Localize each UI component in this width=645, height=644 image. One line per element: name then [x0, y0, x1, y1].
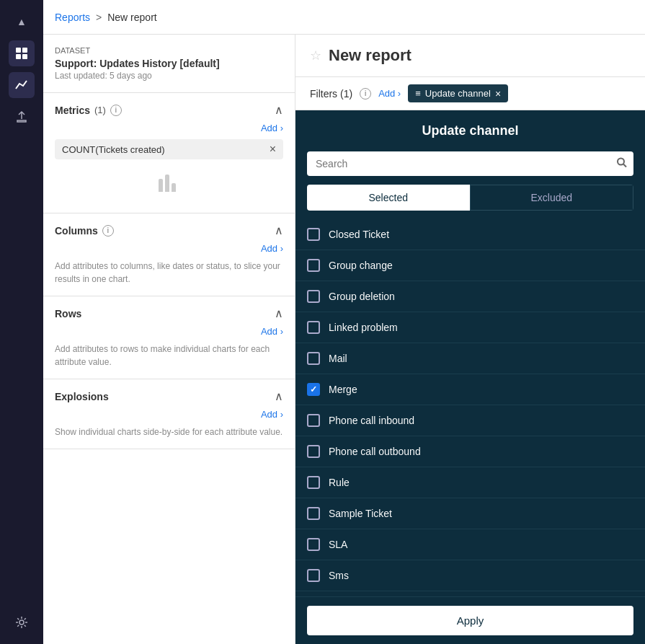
report-title: New report [329, 46, 412, 65]
metrics-section: Metrics (1) i ∧ Add › COUNT(Tickets crea… [43, 93, 295, 213]
star-icon[interactable]: ☆ [310, 48, 321, 63]
rows-add-link[interactable]: Add › [55, 326, 283, 337]
columns-add-link[interactable]: Add › [55, 243, 283, 254]
tab-selected[interactable]: Selected [307, 185, 470, 211]
svg-rect-3 [22, 54, 27, 59]
checkbox-sms[interactable] [307, 569, 320, 582]
metric-chip: COUNT(Tickets created) × [55, 139, 283, 159]
breadcrumb-separator: > [96, 12, 102, 23]
columns-header: Columns i ∧ [55, 224, 283, 237]
checkbox-sample-ticket[interactable] [307, 507, 320, 520]
columns-info-icon[interactable]: i [102, 225, 114, 237]
columns-title: Columns [55, 225, 98, 237]
list-item[interactable]: SLA [295, 529, 645, 560]
rows-header: Rows ∧ [55, 306, 283, 320]
dashboard-icon[interactable] [9, 40, 35, 66]
columns-title-group: Columns i [55, 225, 114, 237]
tab-excluded[interactable]: Excluded [470, 185, 634, 211]
explosions-description: Show individual charts side-by-side for … [55, 425, 283, 438]
rows-collapse-button[interactable]: ∧ [275, 306, 283, 320]
list-item[interactable]: Rule [295, 467, 645, 498]
item-label-sample-ticket: Sample Ticket [329, 508, 392, 519]
checkbox-group-deletion[interactable] [307, 290, 320, 303]
checkbox-mail[interactable] [307, 352, 320, 365]
checkbox-phone-call-inbound[interactable] [307, 414, 320, 427]
item-label-group-change: Group change [329, 260, 393, 271]
list-item[interactable]: Phone call outbound [295, 436, 645, 467]
item-label-linked-problem: Linked problem [329, 322, 398, 333]
apply-section: Apply [295, 596, 645, 644]
checkbox-rule[interactable] [307, 476, 320, 489]
item-label-closed-ticket: Closed Ticket [329, 229, 389, 240]
search-input[interactable] [307, 151, 633, 176]
columns-description: Add attributes to columns, like dates or… [55, 260, 283, 286]
checkbox-linked-problem[interactable] [307, 321, 320, 334]
filter-chip-label: Update channel [425, 88, 491, 99]
checkbox-closed-ticket[interactable] [307, 228, 320, 241]
list-item[interactable]: Closed Ticket [295, 219, 645, 250]
rows-title: Rows [55, 308, 81, 319]
explosions-add-link[interactable]: Add › [55, 409, 283, 420]
breadcrumb-current: New report [107, 12, 156, 23]
update-channel-dropdown: Update channel Sel [295, 110, 645, 644]
item-label-merge: Merge [329, 384, 357, 395]
svg-rect-2 [16, 54, 21, 59]
metrics-title: Metrics [55, 105, 90, 116]
list-item[interactable]: Mail [295, 343, 645, 374]
filter-chip[interactable]: ≡ Update channel × [408, 84, 508, 102]
explosions-title: Explosions [55, 391, 109, 402]
toggle-tabs: Selected Excluded [307, 185, 633, 211]
items-list: Closed TicketGroup changeGroup deletionL… [295, 219, 645, 596]
upload-icon[interactable] [9, 104, 35, 130]
filters-info-icon[interactable]: i [360, 88, 371, 100]
breadcrumb-reports-link[interactable]: Reports [55, 12, 90, 23]
dataset-label: Dataset [55, 46, 283, 55]
list-item[interactable]: Merge [295, 374, 645, 405]
search-input-wrapper [307, 151, 633, 176]
metrics-header: Metrics (1) i ∧ [55, 103, 283, 117]
topbar: Reports > New report [43, 0, 645, 35]
checkbox-merge[interactable] [307, 383, 320, 396]
chart-icon[interactable] [9, 72, 35, 98]
item-label-mail: Mail [329, 353, 347, 364]
bar-chart-icon [159, 170, 180, 192]
item-label-sms: Sms [329, 570, 349, 581]
dropdown-title: Update channel [295, 110, 645, 151]
list-item[interactable]: Group deletion [295, 281, 645, 312]
explosions-header: Explosions ∧ [55, 389, 283, 403]
checkbox-phone-call-outbound[interactable] [307, 445, 320, 458]
svg-rect-0 [16, 48, 21, 53]
rows-section: Rows ∧ Add › Add attributes to rows to m… [43, 296, 295, 379]
metrics-add-link[interactable]: Add › [55, 123, 283, 133]
explosions-section: Explosions ∧ Add › Show individual chart… [43, 379, 295, 449]
checkbox-group-change[interactable] [307, 259, 320, 272]
dataset-name: Support: Updates History [default] [55, 58, 283, 69]
logo-icon[interactable]: ▲ [9, 9, 35, 35]
settings-icon[interactable] [9, 609, 35, 635]
svg-point-5 [618, 159, 624, 165]
columns-collapse-button[interactable]: ∧ [275, 224, 283, 237]
explosions-collapse-button[interactable]: ∧ [275, 389, 283, 403]
item-label-group-deletion: Group deletion [329, 291, 395, 302]
report-header: ☆ New report [295, 35, 645, 77]
list-item[interactable]: Sample Ticket [295, 498, 645, 529]
filters-add-button[interactable]: Add › [378, 88, 401, 99]
metric-chip-label: COUNT(Tickets created) [62, 144, 165, 155]
rows-description: Add attributes to rows to make individua… [55, 343, 283, 369]
list-item[interactable]: Linked problem [295, 312, 645, 343]
apply-button[interactable]: Apply [307, 606, 633, 635]
filter-chip-icon: ≡ [415, 88, 421, 99]
list-item[interactable]: Phone call inbound [295, 405, 645, 436]
checkbox-sla[interactable] [307, 538, 320, 551]
metrics-info-icon[interactable]: i [110, 105, 122, 116]
metric-chip-remove-button[interactable]: × [270, 144, 276, 155]
metrics-count: (1) [94, 105, 106, 115]
rows-title-group: Rows [55, 308, 81, 319]
list-item[interactable]: Sms [295, 560, 645, 591]
explosions-title-group: Explosions [55, 391, 109, 402]
metrics-collapse-button[interactable]: ∧ [275, 103, 283, 117]
columns-section: Columns i ∧ Add › Add attributes to colu… [43, 213, 295, 296]
search-icon[interactable] [616, 157, 628, 171]
filter-chip-remove-button[interactable]: × [495, 89, 501, 99]
list-item[interactable]: Group change [295, 250, 645, 281]
